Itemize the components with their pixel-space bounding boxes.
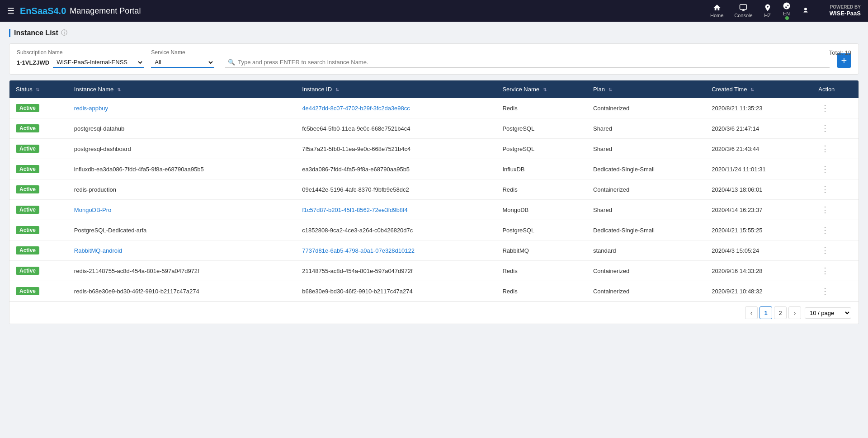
cell-instance-name: redis-appbuy xyxy=(68,98,296,118)
cell-status: Active xyxy=(9,281,68,301)
status-badge: Active xyxy=(16,185,39,193)
cell-service-name: PostgreSQL xyxy=(496,220,587,240)
action-menu-button[interactable]: ⋮ xyxy=(818,165,832,174)
table-row: Activeredis-21148755-ac8d-454a-801e-597a… xyxy=(9,261,859,281)
powered-by-brand: WISE-PaaS xyxy=(830,10,861,18)
instance-name-link[interactable]: RabbitMQ-android xyxy=(74,247,122,254)
page-size-select[interactable]: 10 / page 20 / page 50 / page xyxy=(805,307,851,319)
subscription-select[interactable]: WISE-PaaS-Internal-ENSS xyxy=(53,57,144,68)
instance-table: Status ⇅ Instance Name ⇅ Instance ID ⇅ S… xyxy=(9,80,859,301)
table-container: Status ⇅ Instance Name ⇅ Instance ID ⇅ S… xyxy=(9,80,859,324)
cell-created-time: 2020/3/6 21:47:14 xyxy=(705,118,812,139)
nav-lang-label: EN xyxy=(783,11,790,16)
prev-page-button[interactable]: ‹ xyxy=(745,306,758,319)
next-page-button[interactable]: › xyxy=(788,306,801,319)
cell-action: ⋮ xyxy=(812,240,859,261)
nav-hz-label: HZ xyxy=(764,13,771,18)
col-status[interactable]: Status ⇅ xyxy=(9,80,68,98)
cell-status: Active xyxy=(9,98,68,118)
cell-plan: Containerized xyxy=(587,179,705,200)
status-badge: Active xyxy=(16,124,39,132)
table-row: Activeinfluxdb-ea3da086-7fdd-4fa5-9f8a-e… xyxy=(9,159,859,179)
cell-instance-name: MongoDB-Pro xyxy=(68,200,296,220)
cell-action: ⋮ xyxy=(812,200,859,220)
cell-plan: Containerized xyxy=(587,98,705,118)
cell-instance-name: postgresql-dashboard xyxy=(68,139,296,159)
subscription-label: Subscription Name xyxy=(17,49,144,56)
cell-created-time: 2020/11/24 11:01:31 xyxy=(705,159,812,179)
cell-instance-id: 21148755-ac8d-454a-801e-597a047d972f xyxy=(296,261,496,281)
cell-created-time: 2020/9/16 14:33:28 xyxy=(705,261,812,281)
service-label: Service Name xyxy=(151,49,214,56)
header-nav: Home Console HZ EN POWERED BY WISE-PaaS xyxy=(710,2,861,20)
page-2-button[interactable]: 2 xyxy=(774,306,787,319)
cell-service-name: Redis xyxy=(496,261,587,281)
cell-plan: Dedicated-Single-Small xyxy=(587,220,705,240)
instance-id-link[interactable]: 7737d81e-6ab5-4798-a0a1-07e328d10122 xyxy=(302,247,415,254)
col-plan[interactable]: Plan ⇅ xyxy=(587,80,705,98)
cell-service-name: MongoDB xyxy=(496,200,587,220)
col-instance-name[interactable]: Instance Name ⇅ xyxy=(68,80,296,98)
action-menu-button[interactable]: ⋮ xyxy=(818,205,832,214)
action-menu-button[interactable]: ⋮ xyxy=(818,124,832,133)
cell-service-name: Redis xyxy=(496,281,587,301)
menu-icon[interactable]: ☰ xyxy=(7,6,14,16)
action-menu-button[interactable]: ⋮ xyxy=(818,185,832,194)
cell-created-time: 2020/4/21 15:55:25 xyxy=(705,220,812,240)
cell-service-name: PostgreSQL xyxy=(496,139,587,159)
cell-created-time: 2020/4/13 18:06:01 xyxy=(705,179,812,200)
nav-user[interactable] xyxy=(802,6,810,15)
cell-instance-id: 09e1442e-5196-4afc-8370-f9bfb9e58dc2 xyxy=(296,179,496,200)
col-service-name[interactable]: Service Name ⇅ xyxy=(496,80,587,98)
pagination-row: ‹ 1 2 › 10 / page 20 / page 50 / page xyxy=(9,301,859,324)
page-1-button[interactable]: 1 xyxy=(760,306,772,319)
cell-instance-id: 4e4427dd-8c07-4702-b29f-3fc2da3e98cc xyxy=(296,98,496,118)
brand-logo[interactable]: EnSaaS4.0 xyxy=(20,6,66,16)
total-count: Total: 19 xyxy=(829,49,851,56)
search-input[interactable] xyxy=(238,59,827,66)
service-select[interactable]: All Redis PostgreSQL MongoDB InfluxDB Ra… xyxy=(151,57,214,68)
cell-plan: Dedicated-Single-Small xyxy=(587,159,705,179)
status-badge: Active xyxy=(16,226,39,234)
cell-created-time: 2020/3/6 21:43:44 xyxy=(705,139,812,159)
header-title: Management Portal xyxy=(70,6,141,16)
nav-console[interactable]: Console xyxy=(734,4,752,18)
help-icon[interactable]: ⓘ xyxy=(61,29,67,37)
status-badge: Active xyxy=(16,267,39,275)
table-body: Activeredis-appbuy4e4427dd-8c07-4702-b29… xyxy=(9,98,859,301)
instance-id-link[interactable]: f1c57d87-b201-45f1-8562-72ee3fd9b8f4 xyxy=(302,207,407,213)
cell-action: ⋮ xyxy=(812,118,859,139)
cell-action: ⋮ xyxy=(812,179,859,200)
cell-instance-name: influxdb-ea3da086-7fdd-4fa5-9f8a-e68790a… xyxy=(68,159,296,179)
cell-instance-id: c1852808-9ca2-4ce3-a264-c0b426820d7c xyxy=(296,220,496,240)
cell-instance-name: redis-21148755-ac8d-454a-801e-597a047d97… xyxy=(68,261,296,281)
cell-instance-name: redis-production xyxy=(68,179,296,200)
cell-plan: standard xyxy=(587,240,705,261)
action-menu-button[interactable]: ⋮ xyxy=(818,144,832,153)
action-menu-button[interactable]: ⋮ xyxy=(818,226,832,235)
cell-plan: Shared xyxy=(587,139,705,159)
search-icon: 🔍 xyxy=(228,59,235,66)
nav-home[interactable]: Home xyxy=(710,4,723,18)
cell-status: Active xyxy=(9,139,68,159)
status-badge: Active xyxy=(16,165,39,173)
col-instance-id[interactable]: Instance ID ⇅ xyxy=(296,80,496,98)
col-created-time[interactable]: Created Time ⇅ xyxy=(705,80,812,98)
instance-id-link[interactable]: 4e4427dd-8c07-4702-b29f-3fc2da3e98cc xyxy=(302,105,410,112)
nav-console-label: Console xyxy=(734,13,752,18)
page-container: Instance List ⓘ Total: 19 Subscription N… xyxy=(0,22,868,331)
action-menu-button[interactable]: ⋮ xyxy=(818,246,832,255)
table-row: Activeredis-production09e1442e-5196-4afc… xyxy=(9,179,859,200)
action-menu-button[interactable]: ⋮ xyxy=(818,104,832,113)
header: ☰ EnSaaS4.0 Management Portal Home Conso… xyxy=(0,0,868,22)
instance-name-link[interactable]: MongoDB-Pro xyxy=(74,207,111,213)
action-menu-button[interactable]: ⋮ xyxy=(818,266,832,275)
instance-name-link[interactable]: redis-appbuy xyxy=(74,105,108,112)
action-menu-button[interactable]: ⋮ xyxy=(818,287,832,296)
cell-service-name: Redis xyxy=(496,98,587,118)
nav-lang[interactable]: EN xyxy=(783,2,791,20)
cell-status: Active xyxy=(9,240,68,261)
cell-service-name: RabbitMQ xyxy=(496,240,587,261)
nav-hz[interactable]: HZ xyxy=(764,4,772,18)
page-title-row: Instance List ⓘ xyxy=(9,29,859,37)
